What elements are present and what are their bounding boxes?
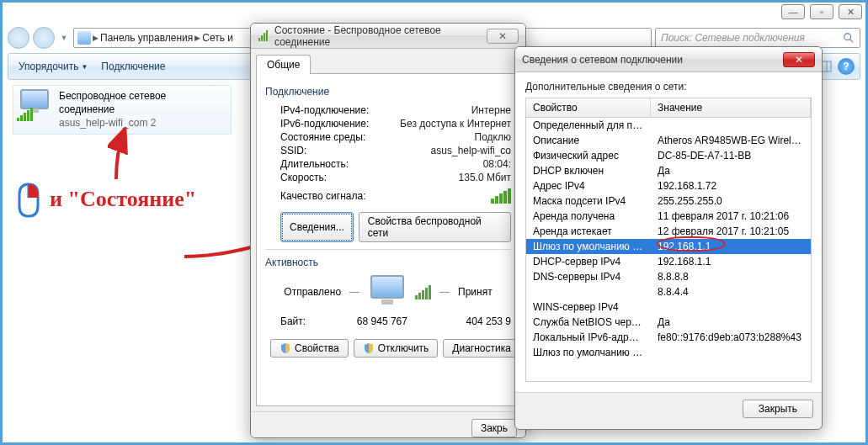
kv-row: IPv6-подключение:Без доступа к Интернет [280, 118, 511, 130]
signal-icon [258, 30, 269, 42]
mouse-icon [14, 181, 43, 218]
tab-general[interactable]: Общие [256, 55, 311, 74]
table-row[interactable]: 8.8.4.4 [526, 284, 811, 299]
search-placeholder: Поиск: Сетевые подключения [661, 32, 805, 44]
cell-value: 255.255.255.0 [651, 194, 811, 208]
table-row[interactable]: Служба NetBIOS чере...Да [526, 315, 811, 330]
annotation-text: и "Состояние" [50, 187, 196, 212]
cell-value: 12 февраля 2017 г. 10:21:05 [651, 225, 811, 238]
minimize-button[interactable]: — [781, 4, 805, 19]
connect-menu[interactable]: Подключение [96, 59, 170, 74]
tab-body: Подключение IPv4-подключение:Интерне IPv… [256, 73, 520, 406]
details-body: Дополнительные сведения о сети: Свойство… [515, 72, 822, 392]
table-row[interactable]: DNS-серверы IPv48.8.8.8 [526, 269, 811, 284]
close-button[interactable]: ✕ [783, 52, 815, 67]
dialog-titlebar[interactable]: Состояние - Беспроводное сетевое соедине… [251, 24, 525, 49]
table-row[interactable]: ОписаниеAtheros AR9485WB-EG Wireless Net [526, 133, 811, 148]
cell-value [651, 346, 811, 359]
breadcrumb-segment[interactable]: Панель управления [100, 32, 193, 44]
table-row[interactable]: Аренда истекает12 февраля 2017 г. 10:21:… [526, 224, 811, 239]
close-button[interactable]: Закрь [471, 419, 517, 437]
cell-value [651, 300, 811, 314]
cell-property: Аренда истекает [526, 225, 651, 238]
help-icon[interactable]: ? [838, 58, 855, 75]
kv-row: Длительность:08:04: [280, 158, 511, 170]
close-button[interactable]: ✕ [839, 4, 862, 19]
status-kv-list: IPv4-подключение:Интерне IPv6-подключени… [265, 104, 511, 183]
properties-button[interactable]: Свойства [270, 339, 349, 358]
details-dialog: Сведения о сетевом подключении ✕ Дополни… [514, 46, 823, 430]
signal-icon [415, 285, 431, 299]
cell-property: Служба NetBIOS чере... [526, 315, 651, 329]
disable-button[interactable]: Отключить [354, 339, 439, 358]
bytes-row: Байт: 68 945 767 404 253 9 [280, 315, 511, 327]
kv-row: Состояние среды:Подклю [280, 131, 511, 143]
cell-property [526, 285, 651, 299]
forward-button[interactable] [33, 27, 55, 49]
cell-value: 192.168.1.1 [651, 255, 811, 268]
col-value[interactable]: Значение [651, 98, 811, 117]
close-button[interactable]: Закрыть [743, 400, 813, 418]
cell-value: 8.8.4.4 [651, 285, 811, 299]
table-row[interactable]: Шлюз по умолчанию IP...192.168.1.1 [526, 239, 811, 254]
svg-line-1 [850, 40, 854, 43]
cell-value: 192.168.1.72 [651, 179, 811, 193]
history-dropdown[interactable]: ▼ [58, 29, 70, 47]
bytes-sent: 68 945 767 [339, 315, 407, 327]
bytes-label: Байт: [280, 315, 339, 327]
connection-name: Беспроводное сетевое [59, 89, 166, 103]
details-heading: Дополнительные сведения о сети: [525, 81, 812, 93]
cell-property: DHCP включен [526, 164, 651, 177]
sent-label: Отправлено [284, 286, 341, 298]
cell-value: Да [651, 315, 811, 329]
connection-name: соединение [59, 103, 166, 116]
table-row[interactable]: Шлюз по умолчанию IP... [526, 345, 811, 360]
window-chrome: — ▫ ✕ [781, 4, 862, 19]
table-header[interactable]: Свойство Значение [526, 98, 811, 118]
table-row[interactable]: Определенный для по... [526, 118, 811, 133]
cell-property: DHCP-сервер IPv4 [526, 255, 651, 268]
kv-row: IPv4-подключение:Интерне [280, 104, 511, 116]
group-connection: Подключение [265, 86, 511, 98]
table-row[interactable]: Аренда получена11 февраля 2017 г. 10:21:… [526, 209, 811, 224]
table-row[interactable]: WINS-сервер IPv4 [526, 299, 811, 315]
cell-property: Определенный для по... [526, 119, 651, 132]
dialog-title: Состояние - Беспроводное сетевое соедине… [274, 24, 482, 48]
cell-property: Шлюз по умолчанию IP... [526, 240, 651, 253]
col-property[interactable]: Свойство [526, 98, 651, 117]
cell-property: Локальный IPv6-адрес... [526, 331, 651, 344]
cell-property: Адрес IPv4 [526, 179, 651, 193]
close-button[interactable]: ✕ [487, 29, 519, 44]
table-row[interactable]: Локальный IPv6-адрес...fe80::9176:d9eb:a… [526, 330, 811, 345]
organize-menu[interactable]: Упорядочить▼ [13, 59, 93, 74]
divider [265, 249, 511, 250]
diagnose-button[interactable]: Диагностика [443, 339, 520, 358]
connection-text: Беспроводное сетевое соединение asus_hel… [59, 89, 166, 130]
cell-property: DNS-серверы IPv4 [526, 270, 651, 283]
table-rows: Определенный для по...ОписаниеAtheros AR… [526, 118, 811, 360]
svg-rect-9 [258, 38, 260, 41]
cell-property: Маска подсети IPv4 [526, 194, 651, 208]
maximize-button[interactable]: ▫ [810, 4, 833, 19]
table-row[interactable]: Адрес IPv4192.168.1.72 [526, 178, 811, 193]
search-input[interactable]: Поиск: Сетевые подключения [655, 28, 860, 48]
cell-value: 192.168.1.1 [651, 240, 811, 253]
breadcrumb-segment[interactable]: Сеть и [202, 32, 233, 44]
dialog-footer: Закрыть [515, 392, 822, 425]
dialog-titlebar[interactable]: Сведения о сетевом подключении ✕ [515, 47, 822, 72]
cell-value: 11 февраля 2017 г. 10:21:06 [651, 209, 811, 223]
details-button[interactable]: Сведения... [280, 212, 354, 242]
shield-icon [280, 342, 291, 354]
table-row[interactable]: Маска подсети IPv4255.255.255.0 [526, 193, 811, 209]
cell-property: Аренда получена [526, 209, 651, 223]
cell-value: Atheros AR9485WB-EG Wireless Net [651, 134, 811, 147]
cell-value [651, 119, 811, 132]
back-button[interactable] [8, 27, 29, 49]
wireless-props-button[interactable]: Свойства беспроводной сети [359, 212, 511, 242]
signal-label: Качество сигнала: [280, 190, 398, 202]
status-dialog: Состояние - Беспроводное сетевое соедине… [250, 23, 526, 438]
table-row[interactable]: DHCP включенДа [526, 163, 811, 178]
cell-property: Шлюз по умолчанию IP... [526, 346, 651, 359]
table-row[interactable]: DHCP-сервер IPv4192.168.1.1 [526, 254, 811, 269]
table-row[interactable]: Физический адресDC-85-DE-A7-11-BB [526, 148, 811, 163]
